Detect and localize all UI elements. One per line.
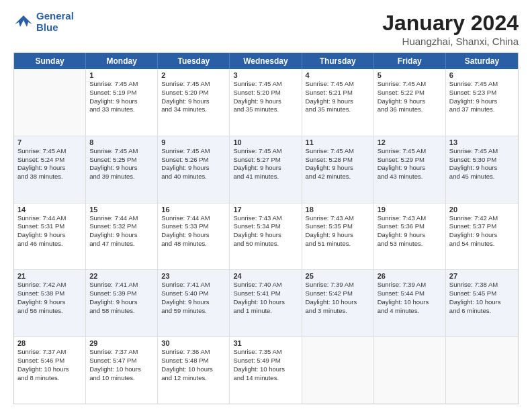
day-number: 31 [233,339,298,347]
calendar-cell: 8Sunrise: 7:45 AM Sunset: 5:25 PM Daylig… [86,136,158,203]
calendar-cell: 22Sunrise: 7:41 AM Sunset: 5:39 PM Dayli… [86,270,158,336]
day-info: Sunrise: 7:37 AM Sunset: 5:46 PM Dayligh… [17,348,82,382]
day-number: 9 [161,138,226,146]
calendar-cell: 19Sunrise: 7:43 AM Sunset: 5:36 PM Dayli… [374,203,446,270]
calendar-cell [14,69,86,136]
calendar-cell: 1Sunrise: 7:45 AM Sunset: 5:19 PM Daylig… [86,69,158,136]
day-info: Sunrise: 7:45 AM Sunset: 5:29 PM Dayligh… [378,147,442,181]
weekday-header: Sunday [14,53,86,69]
header: General Blue January 2024 Huangzhai, Sha… [13,11,519,47]
day-number: 15 [89,205,154,214]
day-number: 4 [306,71,370,79]
day-number: 5 [378,71,442,79]
calendar-cell: 16Sunrise: 7:44 AM Sunset: 5:33 PM Dayli… [158,203,230,270]
calendar-cell: 9Sunrise: 7:45 AM Sunset: 5:26 PM Daylig… [158,136,230,203]
day-info: Sunrise: 7:39 AM Sunset: 5:42 PM Dayligh… [306,281,370,315]
calendar-cell: 6Sunrise: 7:45 AM Sunset: 5:23 PM Daylig… [446,69,518,136]
page: General Blue January 2024 Huangzhai, Sha… [0,0,532,411]
day-number: 12 [378,138,442,146]
day-info: Sunrise: 7:41 AM Sunset: 5:39 PM Dayligh… [89,281,154,315]
day-info: Sunrise: 7:44 AM Sunset: 5:33 PM Dayligh… [161,214,226,248]
day-number: 29 [89,339,154,347]
day-info: Sunrise: 7:45 AM Sunset: 5:20 PM Dayligh… [161,80,226,114]
calendar-cell: 18Sunrise: 7:43 AM Sunset: 5:35 PM Dayli… [302,203,374,270]
day-number: 30 [161,339,226,347]
weekday-header: Wednesday [230,53,302,69]
weekday-header: Saturday [446,53,518,69]
calendar-cell: 7Sunrise: 7:45 AM Sunset: 5:24 PM Daylig… [14,136,86,203]
day-info: Sunrise: 7:45 AM Sunset: 5:22 PM Dayligh… [378,80,442,114]
calendar-cell: 31Sunrise: 7:35 AM Sunset: 5:49 PM Dayli… [230,337,302,404]
calendar-cell: 28Sunrise: 7:37 AM Sunset: 5:46 PM Dayli… [14,337,86,404]
day-info: Sunrise: 7:38 AM Sunset: 5:45 PM Dayligh… [449,281,515,315]
calendar-cell: 20Sunrise: 7:42 AM Sunset: 5:37 PM Dayli… [446,203,518,270]
day-number: 26 [378,272,442,280]
calendar-cell: 2Sunrise: 7:45 AM Sunset: 5:20 PM Daylig… [158,69,230,136]
calendar-cell: 17Sunrise: 7:43 AM Sunset: 5:34 PM Dayli… [230,203,302,270]
calendar-cell: 29Sunrise: 7:37 AM Sunset: 5:47 PM Dayli… [86,337,158,404]
page-subtitle: Huangzhai, Shanxi, China [382,36,519,47]
day-info: Sunrise: 7:37 AM Sunset: 5:47 PM Dayligh… [89,348,154,382]
logo: General Blue [13,11,74,33]
day-info: Sunrise: 7:45 AM Sunset: 5:26 PM Dayligh… [161,147,226,181]
calendar-cell: 5Sunrise: 7:45 AM Sunset: 5:22 PM Daylig… [374,69,446,136]
calendar-cell: 24Sunrise: 7:40 AM Sunset: 5:41 PM Dayli… [230,270,302,336]
day-number: 2 [161,71,226,79]
calendar-row: 1Sunrise: 7:45 AM Sunset: 5:19 PM Daylig… [14,69,518,136]
day-number: 14 [17,205,82,214]
svg-marker-0 [15,15,32,27]
calendar-cell [374,337,446,404]
day-number: 1 [89,71,154,79]
day-info: Sunrise: 7:45 AM Sunset: 5:25 PM Dayligh… [89,147,154,181]
calendar-cell: 13Sunrise: 7:45 AM Sunset: 5:30 PM Dayli… [446,136,518,203]
day-info: Sunrise: 7:45 AM Sunset: 5:30 PM Dayligh… [449,147,515,181]
day-info: Sunrise: 7:44 AM Sunset: 5:32 PM Dayligh… [89,214,154,248]
calendar: SundayMondayTuesdayWednesdayThursdayFrid… [13,52,519,404]
day-info: Sunrise: 7:45 AM Sunset: 5:21 PM Dayligh… [306,80,370,114]
title-block: January 2024 Huangzhai, Shanxi, China [382,11,519,47]
day-number: 17 [233,205,298,214]
day-info: Sunrise: 7:39 AM Sunset: 5:44 PM Dayligh… [378,281,442,315]
day-number: 8 [89,138,154,146]
day-number: 10 [233,138,298,146]
calendar-row: 28Sunrise: 7:37 AM Sunset: 5:46 PM Dayli… [14,337,518,404]
day-info: Sunrise: 7:44 AM Sunset: 5:31 PM Dayligh… [17,214,82,248]
day-info: Sunrise: 7:43 AM Sunset: 5:36 PM Dayligh… [378,214,442,248]
calendar-cell: 12Sunrise: 7:45 AM Sunset: 5:29 PM Dayli… [374,136,446,203]
day-info: Sunrise: 7:45 AM Sunset: 5:24 PM Dayligh… [17,147,82,181]
weekday-header: Monday [86,53,158,69]
day-info: Sunrise: 7:45 AM Sunset: 5:20 PM Dayligh… [233,80,298,114]
day-number: 20 [449,205,515,214]
weekday-header: Tuesday [158,53,230,69]
calendar-row: 14Sunrise: 7:44 AM Sunset: 5:31 PM Dayli… [14,203,518,271]
calendar-cell [446,337,518,404]
calendar-cell: 10Sunrise: 7:45 AM Sunset: 5:27 PM Dayli… [230,136,302,203]
day-number: 21 [17,272,82,280]
day-number: 27 [449,272,515,280]
day-info: Sunrise: 7:43 AM Sunset: 5:35 PM Dayligh… [306,214,370,248]
calendar-row: 7Sunrise: 7:45 AM Sunset: 5:24 PM Daylig… [14,136,518,203]
logo-icon [13,12,34,32]
day-number: 6 [449,71,515,79]
calendar-cell: 25Sunrise: 7:39 AM Sunset: 5:42 PM Dayli… [302,270,374,336]
calendar-cell: 4Sunrise: 7:45 AM Sunset: 5:21 PM Daylig… [302,69,374,136]
day-number: 19 [378,205,442,214]
day-info: Sunrise: 7:35 AM Sunset: 5:49 PM Dayligh… [233,348,298,382]
day-info: Sunrise: 7:45 AM Sunset: 5:23 PM Dayligh… [449,80,515,114]
day-number: 24 [233,272,298,280]
day-number: 28 [17,339,82,347]
calendar-cell: 15Sunrise: 7:44 AM Sunset: 5:32 PM Dayli… [86,203,158,270]
day-number: 25 [306,272,370,280]
day-info: Sunrise: 7:45 AM Sunset: 5:19 PM Dayligh… [89,80,154,114]
day-info: Sunrise: 7:42 AM Sunset: 5:38 PM Dayligh… [17,281,82,315]
day-number: 23 [161,272,226,280]
calendar-cell: 21Sunrise: 7:42 AM Sunset: 5:38 PM Dayli… [14,270,86,336]
day-number: 13 [449,138,515,146]
logo-text: General Blue [36,11,74,33]
day-info: Sunrise: 7:45 AM Sunset: 5:27 PM Dayligh… [233,147,298,181]
day-info: Sunrise: 7:45 AM Sunset: 5:28 PM Dayligh… [306,147,370,181]
calendar-cell: 27Sunrise: 7:38 AM Sunset: 5:45 PM Dayli… [446,270,518,336]
day-number: 7 [17,138,82,146]
weekday-header: Friday [374,53,446,69]
calendar-header: SundayMondayTuesdayWednesdayThursdayFrid… [14,53,518,69]
